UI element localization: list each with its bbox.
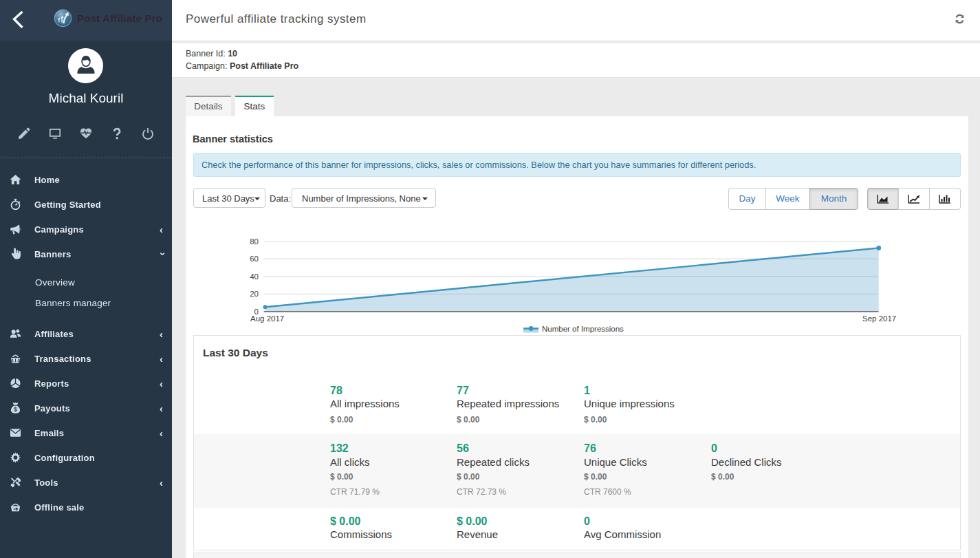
svg-text:Number of Impressions: Number of Impressions: [542, 325, 624, 333]
svg-text:Sep 2017: Sep 2017: [862, 314, 896, 323]
svg-text:60: 60: [250, 255, 259, 263]
svg-text:40: 40: [250, 272, 259, 281]
svg-text:20: 20: [250, 290, 259, 298]
svg-text:Aug 2017: Aug 2017: [250, 314, 284, 323]
svg-text:80: 80: [250, 237, 259, 246]
svg-text:$: $: [14, 406, 17, 413]
